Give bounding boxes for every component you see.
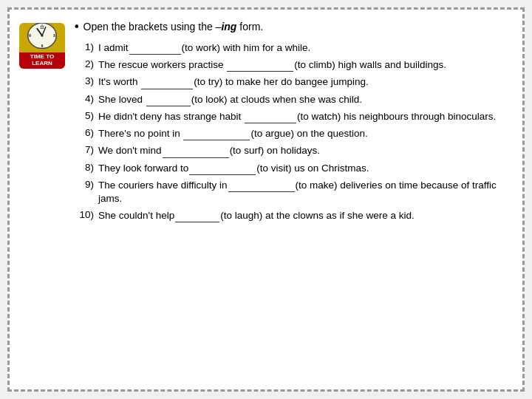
- blank-7: [163, 143, 229, 157]
- right-column: • Open the brackets using the –ing form.…: [75, 20, 511, 379]
- blank-5: [245, 109, 296, 123]
- blank-9: [228, 178, 295, 192]
- exercise-number: 10): [75, 208, 98, 222]
- exercise-number: 3): [75, 75, 98, 88]
- svg-text:9: 9: [29, 34, 31, 38]
- exercise-text: I admit (to work) with him for a while.: [98, 41, 511, 55]
- blank-4: [146, 92, 191, 106]
- clock-widget: 12 3 6 9 TIME TO LEARN: [19, 23, 65, 69]
- blank-1: [129, 41, 181, 55]
- exercise-text: We don't mind (to surf) on holidays.: [98, 143, 511, 157]
- left-column: 12 3 6 9 TIME TO LEARN: [16, 20, 69, 379]
- exercise-list: 1) I admit (to work) with him for a whil…: [75, 41, 511, 222]
- exercise-text: There's no point in (to argue) on the qu…: [98, 126, 511, 140]
- exercise-text: She couldn't help (to laugh) at the clow…: [98, 208, 511, 222]
- exercise-text: The rescue workers practise (to climb) h…: [98, 58, 511, 72]
- blank-8: [189, 161, 256, 175]
- exercise-item-6: 6) There's no point in (to argue) on the…: [75, 126, 511, 140]
- blank-10: [175, 208, 219, 222]
- exercise-number: 9): [75, 178, 98, 191]
- exercise-item-7: 7) We don't mind (to surf) on holidays.: [75, 143, 511, 157]
- exercise-number: 4): [75, 92, 98, 106]
- exercise-text: They look forward to (to visit) us on Ch…: [98, 161, 511, 175]
- exercise-number: 1): [75, 41, 98, 54]
- exercise-text: It's worth (to try) to make her do bange…: [98, 75, 511, 89]
- exercise-item-1: 1) I admit (to work) with him for a whil…: [75, 41, 511, 55]
- exercise-item-10: 10) She couldn't help (to laugh) at the …: [75, 208, 511, 222]
- exercise-item-5: 5) He didn't deny has strange habit (to …: [75, 109, 511, 123]
- blank-2: [227, 58, 293, 72]
- exercise-number: 8): [75, 161, 98, 174]
- exercise-item-9: 9) The couriers have difficulty in (to m…: [75, 178, 511, 205]
- svg-text:3: 3: [53, 34, 55, 38]
- exercise-item-8: 8) They look forward to (to visit) us on…: [75, 161, 511, 175]
- clock-label: TIME TO LEARN: [19, 52, 65, 69]
- exercise-item-4: 4) She loved (to look) at clouds when sh…: [75, 92, 511, 106]
- exercise-number: 7): [75, 143, 98, 157]
- instruction-line: • Open the brackets using the –ing form.: [75, 20, 511, 33]
- instruction-text: Open the brackets using the –ing form.: [83, 21, 264, 33]
- exercise-number: 2): [75, 58, 98, 71]
- worksheet-page: 12 3 6 9 TIME TO LEARN •: [7, 7, 525, 392]
- exercise-item-2: 2) The rescue workers practise (to climb…: [75, 58, 511, 72]
- exercise-number: 6): [75, 126, 98, 140]
- blank-6: [183, 126, 250, 140]
- svg-point-11: [41, 35, 44, 37]
- exercise-text: The couriers have difficulty in (to make…: [98, 178, 511, 205]
- bullet-icon: •: [75, 20, 79, 33]
- exercise-number: 5): [75, 109, 98, 123]
- exercise-text: He didn't deny has strange habit (to wat…: [98, 109, 511, 123]
- exercise-text: She loved (to look) at clouds when she w…: [98, 92, 511, 106]
- exercise-item-3: 3) It's worth (to try) to make her do ba…: [75, 75, 511, 89]
- blank-3: [141, 75, 193, 89]
